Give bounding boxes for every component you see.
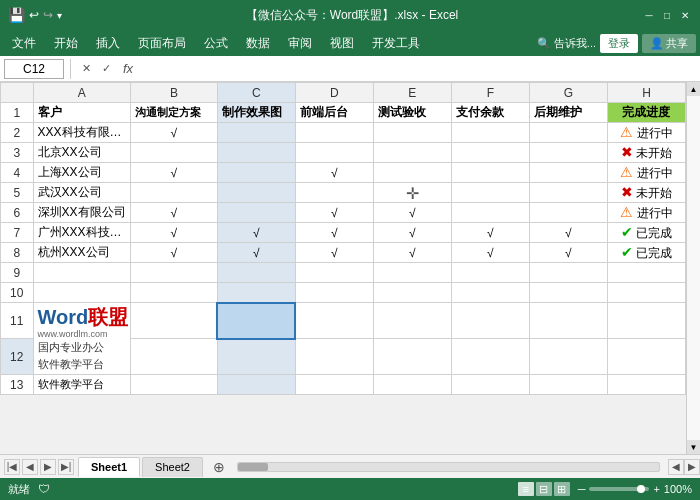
cell-d8[interactable]: √	[295, 243, 373, 263]
cell-a13[interactable]: 软件教学平台	[33, 375, 131, 395]
cell-b4[interactable]: √	[131, 163, 218, 183]
cell-f5[interactable]	[451, 183, 529, 203]
cell-g1[interactable]: 后期维护	[529, 103, 607, 123]
cell-d7[interactable]: √	[295, 223, 373, 243]
cell-c8[interactable]: √	[217, 243, 295, 263]
scroll-down-btn[interactable]: ▼	[687, 440, 700, 454]
maximize-button[interactable]: □	[660, 8, 674, 22]
menu-data[interactable]: 数据	[238, 32, 278, 55]
cell-d6[interactable]: √	[295, 203, 373, 223]
col-header-c[interactable]: C	[217, 83, 295, 103]
zoom-out-btn[interactable]: ─	[578, 483, 586, 495]
cell-d11[interactable]	[295, 303, 373, 339]
scroll-up-btn[interactable]: ▲	[687, 82, 700, 96]
cell-e6[interactable]: √	[373, 203, 451, 223]
menu-view[interactable]: 视图	[322, 32, 362, 55]
cell-f10[interactable]	[451, 283, 529, 303]
cell-e10[interactable]	[373, 283, 451, 303]
cell-e9[interactable]	[373, 263, 451, 283]
col-header-f[interactable]: F	[451, 83, 529, 103]
cell-d12[interactable]	[295, 339, 373, 375]
cell-d10[interactable]	[295, 283, 373, 303]
scroll-track[interactable]	[687, 96, 700, 440]
cell-a10[interactable]	[33, 283, 131, 303]
cell-a6[interactable]: 深圳XX有限公司	[33, 203, 131, 223]
cell-b6[interactable]: √	[131, 203, 218, 223]
cell-c7[interactable]: √	[217, 223, 295, 243]
cell-a2[interactable]: XXX科技有限公司	[33, 123, 131, 143]
cell-b13[interactable]	[131, 375, 218, 395]
cell-g3[interactable]	[529, 143, 607, 163]
cell-d9[interactable]	[295, 263, 373, 283]
cell-c13[interactable]	[217, 375, 295, 395]
cell-c1[interactable]: 制作效果图	[217, 103, 295, 123]
cell-e11[interactable]	[373, 303, 451, 339]
cell-e5[interactable]: ✛	[373, 183, 451, 203]
cell-a8[interactable]: 杭州XXX公司	[33, 243, 131, 263]
menu-formula[interactable]: 公式	[196, 32, 236, 55]
cell-g6[interactable]	[529, 203, 607, 223]
cell-h12[interactable]	[607, 339, 685, 375]
cell-g11[interactable]	[529, 303, 607, 339]
tab-nav-next[interactable]: ▶	[40, 459, 56, 475]
col-header-a[interactable]: A	[33, 83, 131, 103]
normal-view-btn[interactable]: ≡	[518, 482, 534, 496]
horizontal-scroll-area[interactable]	[229, 462, 668, 472]
cell-a5[interactable]: 武汉XX公司	[33, 183, 131, 203]
cell-f13[interactable]	[451, 375, 529, 395]
cell-e7[interactable]: √	[373, 223, 451, 243]
minimize-button[interactable]: ─	[642, 8, 656, 22]
col-header-b[interactable]: B	[131, 83, 218, 103]
cell-b2[interactable]: √	[131, 123, 218, 143]
cell-c10[interactable]	[217, 283, 295, 303]
cell-b3[interactable]	[131, 143, 218, 163]
cell-e1[interactable]: 测试验收	[373, 103, 451, 123]
tab-nav-last[interactable]: ▶|	[58, 459, 74, 475]
cell-h4[interactable]: ⚠ 进行中	[607, 163, 685, 183]
cell-a3[interactable]: 北京XX公司	[33, 143, 131, 163]
page-break-btn[interactable]: ⊞	[554, 482, 570, 496]
cell-g4[interactable]	[529, 163, 607, 183]
col-header-e[interactable]: E	[373, 83, 451, 103]
horizontal-scroll-thumb[interactable]	[238, 463, 268, 471]
close-button[interactable]: ✕	[678, 8, 692, 22]
cell-f1[interactable]: 支付余款	[451, 103, 529, 123]
cell-h2[interactable]: ⚠ 进行中	[607, 123, 685, 143]
cell-f6[interactable]	[451, 203, 529, 223]
hscroll-left[interactable]: ◀	[668, 459, 684, 475]
cell-h5[interactable]: ✖ 未开始	[607, 183, 685, 203]
cell-h1[interactable]: 完成进度	[607, 103, 685, 123]
tab-nav-prev[interactable]: ◀	[22, 459, 38, 475]
name-box[interactable]	[4, 59, 64, 79]
cell-g7[interactable]: √	[529, 223, 607, 243]
cell-e13[interactable]	[373, 375, 451, 395]
horizontal-scrollbar[interactable]	[237, 462, 660, 472]
quick-access-more[interactable]: ▾	[57, 10, 62, 21]
cell-c12[interactable]	[217, 339, 295, 375]
cell-b10[interactable]	[131, 283, 218, 303]
cell-e2[interactable]	[373, 123, 451, 143]
cell-b12[interactable]	[131, 339, 218, 375]
sheet-tab-2[interactable]: Sheet2	[142, 457, 203, 477]
undo-icon[interactable]: ↩	[29, 8, 39, 22]
cell-h10[interactable]	[607, 283, 685, 303]
cell-h9[interactable]	[607, 263, 685, 283]
cell-d4[interactable]: √	[295, 163, 373, 183]
page-layout-btn[interactable]: ⊟	[536, 482, 552, 496]
cell-b11[interactable]	[131, 303, 218, 339]
col-header-d[interactable]: D	[295, 83, 373, 103]
cell-g2[interactable]	[529, 123, 607, 143]
menu-review[interactable]: 审阅	[280, 32, 320, 55]
tab-nav-first[interactable]: |◀	[4, 459, 20, 475]
col-header-g[interactable]: G	[529, 83, 607, 103]
cell-d13[interactable]	[295, 375, 373, 395]
zoom-slider[interactable]	[589, 487, 649, 491]
cell-c9[interactable]	[217, 263, 295, 283]
cell-f8[interactable]: √	[451, 243, 529, 263]
formula-cancel-btn[interactable]: ✕	[77, 60, 95, 78]
cell-g8[interactable]: √	[529, 243, 607, 263]
cell-c6[interactable]	[217, 203, 295, 223]
cell-g12[interactable]	[529, 339, 607, 375]
cell-a11-watermark[interactable]: Word联盟 www.wordlm.com 国内专业办公软件教学平台	[33, 303, 131, 375]
cell-g10[interactable]	[529, 283, 607, 303]
